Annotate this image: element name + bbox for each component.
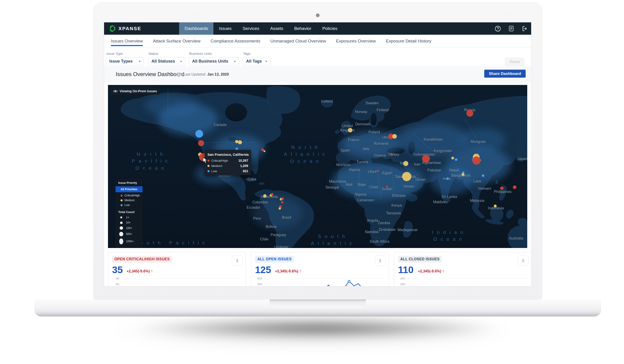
tab-exposures-overview[interactable]: Exposures Overview — [336, 35, 376, 47]
chart-gridline — [407, 278, 528, 279]
map-dot[interactable] — [263, 150, 265, 152]
map-dot[interactable] — [238, 140, 242, 144]
map-dot[interactable] — [403, 161, 408, 166]
country-label-turkey: Turkey — [388, 153, 399, 157]
download-button[interactable] — [518, 255, 528, 266]
map-dot[interactable] — [195, 130, 203, 138]
tab-unmanaged-cloud-overview[interactable]: Unmanaged Cloud Overview — [270, 35, 326, 47]
map-dot[interactable] — [446, 178, 449, 180]
map-dot[interactable] — [513, 185, 517, 189]
filter-dropdown-issue-type[interactable]: Issue Types▾ — [106, 57, 144, 65]
map-dot[interactable] — [422, 155, 430, 163]
tooltip-row-label: Critical/High — [211, 159, 236, 162]
map-dot[interactable] — [402, 172, 411, 181]
nav-item-issues[interactable]: Issues — [213, 22, 237, 35]
map-dot[interactable] — [451, 157, 454, 159]
map-dot[interactable] — [462, 173, 465, 176]
kpi-card-delta: +2,345(-9.6%) ↑ — [127, 269, 153, 273]
filter-label-tags: Tags — [243, 52, 270, 55]
country-label-norway: Norway — [355, 110, 367, 114]
share-dashboard-button[interactable]: Share Dashboard — [484, 70, 526, 78]
legend-priority-critical-high[interactable]: Critical/High — [115, 192, 142, 197]
map-dot[interactable] — [281, 201, 284, 204]
country-label-algeria: Algeria — [349, 168, 360, 172]
filter-dropdown-status[interactable]: All Statuses▾ — [148, 57, 185, 65]
map-dot[interactable] — [455, 159, 458, 161]
map-dot[interactable] — [392, 134, 397, 139]
world-map[interactable]: N o r t hP a c i f i cO c e a nN o r t h… — [108, 85, 527, 248]
country-label-cuba: Cuba — [248, 177, 256, 181]
nav-item-assets[interactable]: Assets — [265, 22, 289, 35]
country-label-finland: Finland — [377, 108, 389, 112]
map-dot[interactable] — [281, 197, 284, 200]
map-dot[interactable] — [482, 175, 485, 177]
country-label-denmark: Denmark — [356, 122, 370, 126]
country-label-pakistan: Pakistan — [427, 168, 441, 172]
map-dot[interactable] — [386, 186, 388, 188]
map-dot[interactable] — [390, 153, 392, 155]
country-label-maldives: Maldives — [433, 200, 447, 204]
tooltip-row-label: Low — [211, 169, 241, 173]
tab-compliance-assessments[interactable]: Compliance Assessments — [210, 35, 260, 47]
legend-all-priorities[interactable]: All Priorities — [115, 186, 142, 192]
chart-gridline — [407, 284, 528, 284]
trend-up-icon: ↑ — [299, 269, 302, 273]
tab-issues-overview[interactable]: Issues Overview — [111, 35, 143, 47]
brand: XPANSE — [110, 22, 141, 35]
country-label-bolivia: Bolivia — [265, 225, 276, 229]
sign-out-icon[interactable] — [521, 25, 527, 32]
country-label-peru: Peru — [253, 216, 261, 221]
country-label-libya: Libya — [368, 170, 376, 174]
reset-button[interactable]: Reset — [505, 58, 524, 66]
mouse-cursor — [203, 157, 208, 165]
filter-dropdown-tags[interactable]: All Tags▾ — [243, 57, 270, 65]
tab-exposure-detail-history[interactable]: Exposure Detail History — [386, 35, 431, 47]
map-dot[interactable] — [198, 140, 204, 146]
country-label-namibia: Namibia — [365, 230, 379, 234]
map-dot[interactable] — [377, 170, 379, 172]
map-dot[interactable] — [472, 157, 481, 165]
map-dot[interactable] — [500, 186, 504, 190]
country-label-kingdom: Kingdom — [340, 128, 355, 133]
laptop-base-notch — [270, 300, 366, 308]
country-label-kyrgyzstan: Kyrgyzstan — [434, 149, 452, 153]
country-label-sri-lanka: Sri Lanka — [442, 195, 457, 199]
help-icon[interactable] — [495, 25, 501, 32]
map-dot[interactable] — [467, 110, 473, 117]
ocean-label-3: I n d i a nO c e a n — [432, 229, 465, 243]
nav-item-services[interactable]: Services — [237, 22, 265, 35]
legend-priority-low[interactable]: Low — [115, 202, 142, 207]
tab-attack-surface-overview[interactable]: Attack Surface Overview — [153, 35, 200, 47]
legend-count-10: 10+ — [115, 221, 142, 224]
download-button[interactable] — [375, 255, 386, 266]
country-label-iceland: Iceland — [321, 99, 333, 103]
country-label-niger: Niger — [358, 183, 366, 187]
chevron-down-icon: ▾ — [139, 60, 140, 63]
nav-item-behavior[interactable]: Behavior — [289, 22, 317, 35]
map-dot[interactable] — [279, 207, 281, 210]
dashboard-tabs: Issues OverviewAttack Surface OverviewCo… — [104, 35, 531, 47]
kpi-card-all-open-issues: ALL OPEN ISSUES125+2,345(-9.6%) ↑400300 — [251, 252, 389, 286]
chevron-down-icon: ▾ — [265, 60, 267, 63]
page-title: Issues Overview Dashboard — [116, 71, 184, 77]
release-notes-icon[interactable] — [508, 25, 514, 32]
map-dot[interactable] — [263, 194, 267, 198]
map-dot[interactable] — [348, 128, 353, 133]
nav-item-policies[interactable]: Policies — [317, 22, 343, 35]
map-dot[interactable] — [271, 193, 274, 196]
legend-count-label: 10+ — [126, 221, 130, 224]
eye-icon — [113, 90, 118, 93]
country-label-romania: Romania — [374, 142, 389, 146]
legend-priority-medium[interactable]: Medium — [115, 197, 142, 202]
nav-item-dashboards[interactable]: Dashboards — [179, 22, 213, 35]
info-icon[interactable]: i — [176, 72, 181, 77]
legend-priority-label: Low — [125, 204, 130, 207]
brand-name: XPANSE — [119, 26, 141, 31]
download-button[interactable] — [232, 255, 242, 266]
country-label-zambia: Zambia — [378, 221, 390, 225]
map-dot[interactable] — [494, 205, 497, 207]
priority-dot-icon — [121, 195, 123, 197]
country-label-sweden: Sweden — [365, 101, 379, 105]
country-label-vietnam: Vietnam — [478, 186, 491, 191]
filter-dropdown-business-units[interactable]: All Business Units▾ — [189, 57, 239, 65]
